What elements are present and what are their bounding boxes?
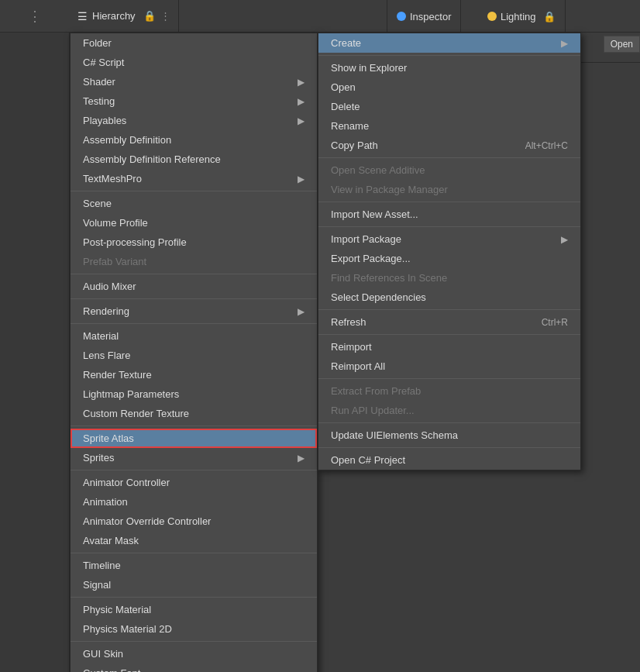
left-menu-label-material: Material (83, 330, 119, 342)
left-menu-label-assembly-def: Assembly Definition (83, 134, 171, 146)
left-menu-item-playables[interactable]: Playables▶ (71, 111, 317, 130)
left-menu-label-volume-profile: Volume Profile (83, 217, 148, 229)
right-menu-item-import-new-asset[interactable]: Import New Asset... (318, 205, 580, 224)
left-menu-item-sprite-atlas[interactable]: Sprite Atlas (71, 429, 317, 448)
inspector-dot-icon (397, 12, 406, 21)
right-menu-item-select-dependencies[interactable]: Select Dependencies (318, 288, 580, 307)
tab-inspector[interactable]: Inspector (387, 0, 461, 33)
right-menu-item-show-explorer[interactable]: Show in Explorer (318, 58, 580, 78)
left-menu-item-gui-skin[interactable]: GUI Skin (71, 644, 317, 663)
left-menu-item-material[interactable]: Material (71, 326, 317, 346)
menu-separator (71, 323, 317, 324)
right-menu-item-reimport-all[interactable]: Reimport All (318, 357, 580, 376)
left-menu-label-audio-mixer: Audio Mixer (83, 281, 136, 292)
left-menu-item-custom-render-texture[interactable]: Custom Render Texture (71, 404, 317, 423)
left-menu-label-csharp: C# Script (83, 57, 124, 68)
right-menu-item-run-api-updater: Run API Updater... (318, 401, 580, 420)
right-menu-label-reimport-all: Reimport All (331, 360, 385, 372)
left-menu-item-textmeshpro[interactable]: TextMeshPro▶ (71, 169, 317, 188)
right-menu-item-find-references: Find References In Scene (318, 268, 580, 288)
tab-hierarchy[interactable]: ☰ Hierarchy 🔒 ⋮ (70, 0, 179, 32)
hierarchy-lock-icon[interactable]: 🔒 (143, 10, 156, 22)
right-menu-label-rename: Rename (331, 120, 369, 132)
right-menu-item-delete[interactable]: Delete (318, 97, 580, 116)
submenu-arrow-testing: ▶ (298, 96, 305, 107)
left-menu-item-animation[interactable]: Animation (71, 492, 317, 512)
tab-lighting[interactable]: Lighting 🔒 (478, 0, 566, 33)
right-menu-item-copy-path[interactable]: Copy PathAlt+Ctrl+C (318, 136, 580, 155)
left-menu-label-playables: Playables (83, 115, 126, 126)
left-menu-label-sprite-atlas: Sprite Atlas (83, 432, 134, 444)
hierarchy-tab-label: Hierarchy (92, 10, 136, 22)
left-menu-item-custom-font[interactable]: Custom Font (71, 663, 317, 672)
right-menu-item-export-package[interactable]: Export Package... (318, 249, 580, 268)
left-menu-item-post-processing[interactable]: Post-processing Profile (71, 233, 317, 252)
left-menu-label-assembly-def-ref: Assembly Definition Reference (83, 153, 221, 165)
left-menu-label-animator-controller: Animator Controller (83, 477, 170, 488)
left-menu-item-volume-profile[interactable]: Volume Profile (71, 213, 317, 233)
inspector-tab-label: Inspector (410, 11, 451, 22)
right-submenu-arrow-import-package: ▶ (561, 234, 568, 245)
left-menu-item-animator-controller[interactable]: Animator Controller (71, 473, 317, 492)
right-menu-separator (318, 378, 580, 379)
lighting-tab-label: Lighting (501, 11, 536, 22)
left-menu-label-animation: Animation (83, 496, 128, 508)
left-menu-item-render-texture[interactable]: Render Texture (71, 365, 317, 384)
left-menu-item-lightmap-params[interactable]: Lightmap Parameters (71, 384, 317, 404)
right-menu-label-import-package: Import Package (331, 233, 401, 245)
right-menu-item-view-package-manager: View in Package Manager (318, 180, 580, 199)
left-menu-item-animator-override[interactable]: Animator Override Controller (71, 512, 317, 531)
right-menu-label-reimport: Reimport (331, 341, 372, 353)
right-menu-item-reimport[interactable]: Reimport (318, 337, 580, 357)
right-menu-item-open[interactable]: Open (318, 78, 580, 97)
lighting-lock-icon[interactable]: 🔒 (543, 11, 556, 22)
left-menu-label-shader: Shader (83, 76, 115, 88)
right-menu-label-export-package: Export Package... (331, 253, 411, 264)
left-menu-item-folder[interactable]: Folder (71, 33, 317, 53)
left-menu-item-signal[interactable]: Signal (71, 575, 317, 594)
left-menu-item-lens-flare[interactable]: Lens Flare (71, 346, 317, 365)
left-menu-label-lightmap-params: Lightmap Parameters (83, 388, 179, 400)
open-button[interactable]: Open (604, 36, 640, 53)
right-menu-label-open-csharp: Open C# Project (331, 454, 405, 466)
submenu-arrow-playables: ▶ (298, 115, 305, 126)
left-menu-item-shader[interactable]: Shader▶ (71, 72, 317, 91)
right-menu-label-refresh: Refresh (331, 316, 366, 328)
left-menu-label-signal: Signal (83, 579, 111, 591)
right-menu-item-open-scene-additive: Open Scene Additive (318, 160, 580, 180)
right-menu-item-update-ui-elements[interactable]: Update UIElements Schema (318, 426, 580, 445)
submenu-arrow-textmeshpro: ▶ (298, 174, 305, 184)
left-menu-label-lens-flare: Lens Flare (83, 350, 130, 361)
right-menu-item-import-package[interactable]: Import Package▶ (318, 229, 580, 249)
menu-separator (71, 470, 317, 470)
left-menu-item-scene[interactable]: Scene (71, 194, 317, 213)
left-sidebar (0, 0, 70, 672)
submenu-arrow-sprites: ▶ (298, 453, 305, 464)
left-menu-item-audio-mixer[interactable]: Audio Mixer (71, 277, 317, 296)
right-menu-item-rename[interactable]: Rename (318, 116, 580, 136)
left-menu-label-post-processing: Post-processing Profile (83, 236, 187, 248)
right-menu-label-view-package-manager: View in Package Manager (331, 184, 448, 195)
left-menu-item-assembly-def[interactable]: Assembly Definition (71, 130, 317, 150)
kebab-icon-left[interactable]: ⋮ (28, 8, 42, 25)
left-menu-item-sprites[interactable]: Sprites▶ (71, 448, 317, 467)
left-menu-item-physics-material-2d[interactable]: Physics Material 2D (71, 619, 317, 639)
left-menu-item-timeline[interactable]: Timeline (71, 556, 317, 575)
submenu-arrow-rendering: ▶ (298, 306, 305, 317)
create-submenu: FolderC# ScriptShader▶Testing▶Playables▶… (70, 33, 318, 672)
left-menu-item-assembly-def-ref[interactable]: Assembly Definition Reference (71, 150, 317, 169)
left-menu-item-physic-material[interactable]: Physic Material (71, 600, 317, 619)
right-menu-item-open-csharp[interactable]: Open C# Project (318, 450, 580, 470)
left-menu-label-custom-render-texture: Custom Render Texture (83, 408, 189, 419)
left-menu-item-avatar-mask[interactable]: Avatar Mask (71, 531, 317, 550)
right-menu-item-create[interactable]: Create▶ (318, 33, 580, 53)
left-menu-item-csharp[interactable]: C# Script (71, 53, 317, 72)
left-menu-item-rendering[interactable]: Rendering▶ (71, 302, 317, 321)
right-menu-label-open-scene-additive: Open Scene Additive (331, 164, 425, 176)
right-menu-label-select-dependencies: Select Dependencies (331, 291, 426, 303)
right-submenu-arrow-create: ▶ (561, 38, 568, 49)
left-menu-label-physic-material: Physic Material (83, 604, 151, 615)
right-menu-item-refresh[interactable]: RefreshCtrl+R (318, 312, 580, 332)
left-menu-item-testing[interactable]: Testing▶ (71, 91, 317, 111)
hierarchy-kebab-icon[interactable]: ⋮ (160, 10, 170, 22)
